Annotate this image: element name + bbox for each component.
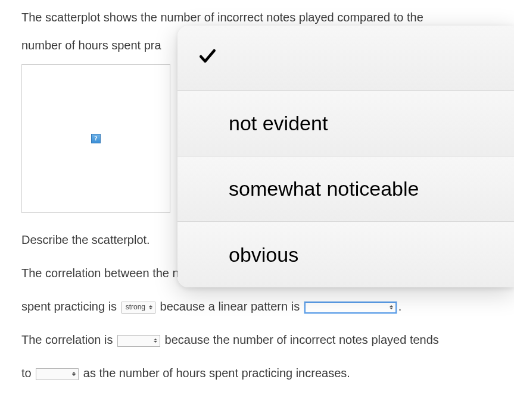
missing-image-icon: ?: [91, 134, 101, 143]
intro-line1: The scatterplot shows the number of inco…: [21, 11, 423, 24]
updown-icon: [389, 304, 394, 311]
updown-icon: [148, 304, 153, 311]
dropdown-option-somewhat-noticeable[interactable]: somewhat noticeable: [177, 156, 514, 222]
dropdown-option-obvious[interactable]: obvious: [177, 222, 514, 287]
s1-period: .: [398, 300, 402, 313]
dropdown-option-label: not evident: [229, 112, 328, 135]
s2-part2: because the number of incorrect notes pl…: [165, 333, 439, 346]
dropdown-option-blank[interactable]: [177, 26, 514, 91]
dropdown-option-label: obvious: [229, 243, 298, 267]
tendency-select[interactable]: [36, 368, 79, 380]
linear-pattern-select[interactable]: [304, 302, 397, 314]
scatterplot-image-box: ?: [21, 64, 170, 213]
s2-part4: as the number of hours spent practicing …: [83, 366, 350, 380]
dropdown-option-label: somewhat noticeable: [229, 177, 419, 200]
correlation-sign-select[interactable]: [117, 335, 160, 347]
updown-icon: [71, 371, 76, 378]
s1-part3: because a linear pattern is: [160, 300, 300, 313]
intro-line2: number of hours spent pra: [21, 39, 161, 52]
fill-sentence-2: The correlation is because the number of…: [21, 323, 493, 390]
correlation-strength-value: strong: [126, 297, 145, 318]
missing-image-glyph: ?: [94, 131, 98, 146]
s2-part3: to: [21, 366, 32, 380]
dropdown-option-not-evident[interactable]: not evident: [177, 91, 514, 156]
updown-icon: [153, 337, 158, 344]
correlation-strength-select[interactable]: strong: [122, 302, 155, 314]
checkmark-icon: [197, 45, 218, 71]
select-dropdown-overlay: not evident somewhat noticeable obvious: [177, 26, 514, 287]
s2-part1: The correlation is: [21, 333, 113, 346]
